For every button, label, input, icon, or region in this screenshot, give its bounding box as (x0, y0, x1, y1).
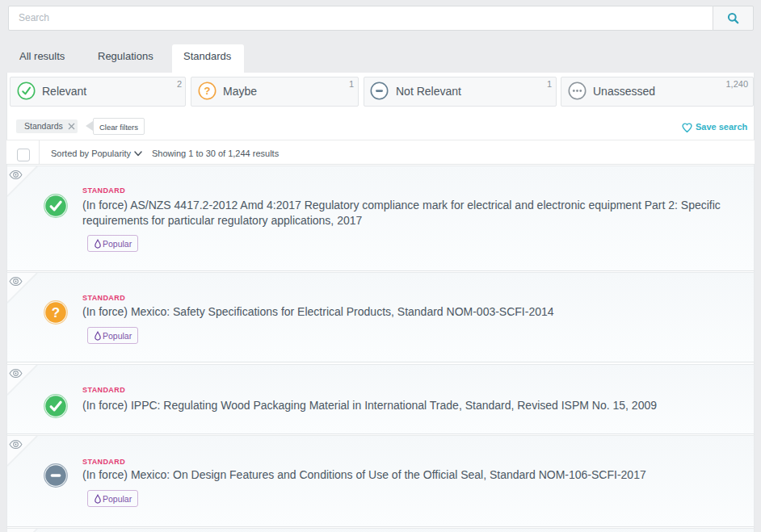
svg-text:?: ? (52, 305, 60, 320)
